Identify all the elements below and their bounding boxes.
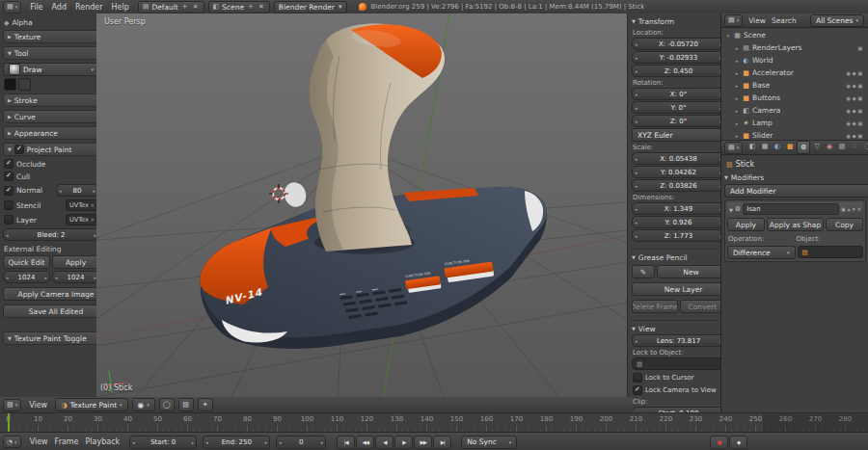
frame-end-field[interactable]: End: 250 — [203, 436, 270, 449]
visibility-toggles[interactable]: ◉◆▣ — [846, 133, 867, 139]
visibility-toggles[interactable]: ◉◆▣ — [846, 95, 867, 101]
section-texture[interactable]: Texture — [3, 30, 99, 43]
uv-map-field[interactable]: UVTex ✕ — [66, 214, 98, 225]
outliner-row[interactable]: ▸ Accelerator ◉◆▣ — [723, 66, 867, 79]
outliner-row[interactable]: ▸ World — [723, 54, 867, 66]
operation-dropdown[interactable]: Difference — [727, 246, 796, 259]
modifier-header[interactable]: ⚙ Isan ◉ ▴ ▾ ✕ — [727, 202, 863, 216]
dimension-field[interactable]: X: 1.349 — [632, 202, 725, 215]
uv-map-field[interactable]: UVTex ✕ — [66, 199, 98, 211]
transport-button[interactable]: |◀ — [337, 436, 355, 449]
brush-icon[interactable]: ✦ — [198, 398, 213, 411]
keying-set-button[interactable]: ◆ — [729, 436, 747, 449]
viewport-3d[interactable]: FUNCTION TAB FUNCTION TAB NV-14 — [96, 13, 627, 397]
menu-item[interactable]: Search — [772, 16, 797, 25]
visibility-toggles[interactable]: ◉◆▣ — [846, 83, 867, 89]
scene-selector[interactable]: ◧ Scene + ✕ — [208, 1, 270, 13]
delete-scene-button[interactable]: ✕ — [258, 3, 265, 11]
menu-item[interactable]: Add — [52, 3, 68, 12]
editor-type-button[interactable]: ◔ — [3, 436, 21, 448]
add-modifier-dropdown[interactable]: Add Modifier — [724, 184, 868, 198]
location-field[interactable]: Y: -0.02933 — [632, 51, 725, 64]
apply-as-shape-button[interactable]: Apply as Shap — [767, 218, 824, 231]
normal-row[interactable]: Normal 80 — [4, 184, 98, 197]
checkbox[interactable] — [4, 215, 14, 225]
apply-edit-button[interactable]: Apply — [52, 255, 99, 269]
outliner-row[interactable]: ▸ Camera ◉◆▣ — [723, 104, 867, 117]
gp-new-button[interactable]: New — [657, 265, 725, 278]
outliner-row[interactable]: ▸ Base ◉◆▣ — [723, 79, 867, 92]
render-visibility-icon[interactable]: ◉ — [841, 206, 846, 212]
outliner-row[interactable]: ▸ Buttons ◉◆▣ — [723, 92, 867, 104]
section-project-paint[interactable]: Project Paint — [3, 143, 99, 156]
gp-new-layer-button[interactable]: New Layer — [632, 282, 729, 296]
properties-tab[interactable]: ◐ — [772, 141, 783, 152]
transport-button[interactable]: ▶| — [433, 436, 451, 449]
frame-start-field[interactable]: Start: 0 — [129, 436, 197, 449]
view-option-row[interactable]: Lock to Cursor — [633, 373, 724, 383]
expand-icon[interactable]: ▸ — [734, 120, 740, 126]
outliner-row[interactable]: ▸ Lamp ◉◆▣ — [723, 117, 867, 129]
visibility-toggles[interactable]: ◉◆▣ — [846, 70, 867, 76]
transport-button[interactable]: ◀ — [375, 436, 393, 449]
apply-modifier-button[interactable]: Apply — [727, 218, 765, 231]
screen-layout-selector[interactable]: ▤ Default + ✕ — [138, 1, 204, 13]
quick-edit-button[interactable]: Quick Edit — [3, 255, 50, 269]
grease-pencil-panel-header[interactable]: Grease Pencil — [632, 249, 725, 263]
lens-field[interactable]: Lens: 73.817 — [632, 334, 725, 347]
outliner-row[interactable]: ▸ RenderLayers ▣ — [723, 41, 867, 54]
close-icon[interactable]: ✕ — [856, 206, 861, 212]
expand-icon[interactable]: ▸ — [734, 95, 740, 101]
rotation-mode-dropdown[interactable]: XYZ Euler — [632, 128, 729, 142]
editor-type-button[interactable]: ▤ — [3, 1, 21, 13]
outliner-row[interactable]: ▾ Scene — [723, 29, 867, 41]
menu-item[interactable]: File — [30, 3, 42, 12]
expand-icon[interactable]: ▸ — [734, 58, 740, 64]
section-appearance[interactable]: Appearance — [3, 126, 99, 140]
expand-icon[interactable]: ▸ — [734, 70, 740, 76]
menu-item[interactable]: Playback — [86, 437, 121, 446]
mode-dropdown[interactable]: ◑ Texture Paint — [55, 398, 127, 411]
move-up-icon[interactable]: ▴ — [848, 206, 851, 212]
rotation-field[interactable]: X: 0° — [632, 88, 725, 100]
checkbox[interactable] — [4, 200, 14, 210]
clear-icon[interactable]: ✕ — [91, 202, 95, 208]
checkbox[interactable] — [4, 159, 14, 169]
project-paint-checkbox[interactable] — [14, 145, 24, 154]
bleed-field[interactable]: Bleed: 2 — [3, 228, 99, 241]
brush-circle-icon[interactable]: ◯ — [159, 398, 175, 411]
modifier-name-field[interactable]: Isan — [743, 203, 839, 215]
view-menu[interactable]: View — [29, 401, 47, 410]
boolean-object-field[interactable]: ▧ — [798, 246, 864, 258]
properties-tab[interactable]: ■ — [784, 141, 796, 152]
menu-item[interactable]: View — [30, 437, 48, 446]
properties-tab[interactable]: ◉ — [824, 141, 835, 152]
scale-field[interactable]: X: 0.05438 — [632, 152, 725, 165]
expand-icon[interactable]: ▸ — [734, 108, 740, 114]
copy-modifier-button[interactable]: Copy — [826, 218, 863, 231]
menu-item[interactable]: Render — [75, 3, 102, 12]
add-scene-button[interactable]: + — [247, 3, 255, 11]
outliner-row[interactable]: ▸ Slider ◉◆▣ — [723, 129, 867, 140]
editor-type-button[interactable]: ▤ — [724, 142, 743, 154]
move-down-icon[interactable]: ▾ — [853, 206, 855, 212]
section-texture-paint-toggle[interactable]: Texture Paint Toggle — [3, 331, 99, 345]
checkbox[interactable] — [4, 172, 14, 181]
transport-button[interactable]: ◀◀ — [356, 436, 374, 449]
apply-camera-image-button[interactable]: Apply Camera Image — [3, 287, 103, 301]
expand-icon[interactable]: ▸ — [734, 133, 740, 139]
expand-icon[interactable] — [729, 205, 733, 214]
clear-icon[interactable]: ✕ — [91, 217, 95, 223]
visibility-toggles[interactable]: ▣ — [857, 45, 867, 51]
transport-button[interactable]: ▶ — [394, 436, 413, 449]
gp-delete-frame-button[interactable]: Delete Frame — [632, 300, 678, 313]
shading-dropdown[interactable]: ◉ — [132, 398, 155, 411]
uv-option-row[interactable]: Layer UVTex ✕ — [4, 214, 98, 225]
transport-button[interactable]: ▶▶ — [414, 436, 432, 449]
location-field[interactable]: X: -0.05720 — [632, 38, 725, 50]
record-button[interactable]: ● — [710, 436, 728, 449]
normal-strength-field[interactable]: 80 — [56, 184, 98, 197]
brush-selector[interactable]: Draw — [3, 63, 99, 76]
scale-field[interactable]: Y: 0.04262 — [632, 166, 725, 178]
checkbox[interactable] — [633, 385, 642, 395]
